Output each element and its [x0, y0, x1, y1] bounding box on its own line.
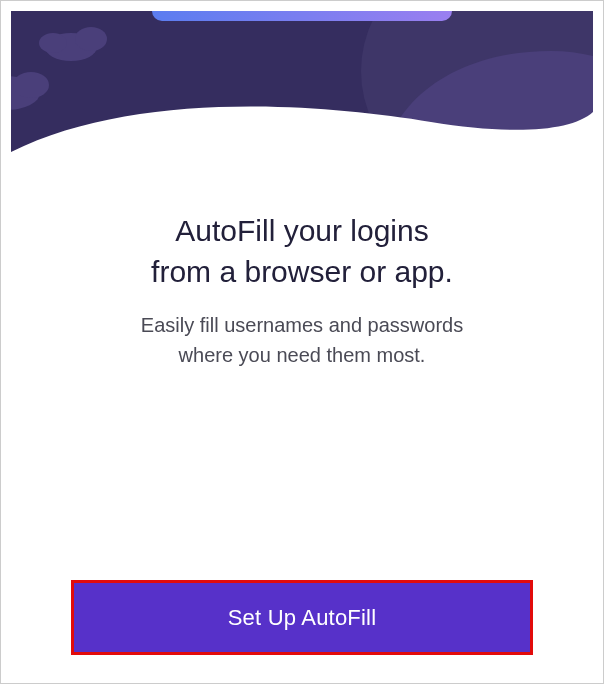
page-heading: AutoFill your logins from a browser or a…	[51, 211, 553, 292]
onboarding-screen: AutoFill your logins from a browser or a…	[11, 11, 593, 673]
heading-line-1: AutoFill your logins	[175, 214, 428, 247]
wave-divider	[11, 12, 593, 181]
heading-line-2: from a browser or app.	[151, 255, 453, 288]
cta-container: Set Up AutoFill	[71, 580, 533, 655]
subheading-line-2: where you need them most.	[179, 344, 426, 366]
cta-label: Set Up AutoFill	[228, 605, 377, 631]
setup-autofill-button[interactable]: Set Up AutoFill	[71, 580, 533, 655]
app-frame: AutoFill your logins from a browser or a…	[0, 0, 604, 684]
subheading-line-1: Easily fill usernames and passwords	[141, 314, 463, 336]
page-subheading: Easily fill usernames and passwords wher…	[51, 310, 553, 370]
hero-illustration	[11, 11, 593, 181]
